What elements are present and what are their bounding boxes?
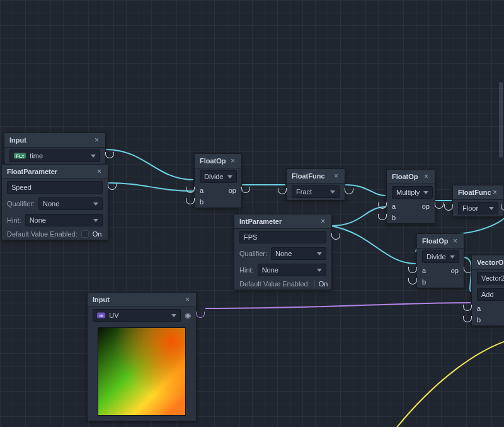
port-op-label: op <box>229 187 236 194</box>
eye-icon[interactable]: ◉ <box>185 311 191 320</box>
port-op-label: op <box>422 202 430 210</box>
node-floatfunc-floor[interactable]: FloatFunc × Floor <box>452 185 504 217</box>
input-port-a[interactable] <box>462 305 473 312</box>
output-port[interactable] <box>330 233 341 241</box>
port-b-label: b <box>477 316 481 324</box>
hint-select[interactable]: None <box>258 264 326 276</box>
close-icon[interactable]: × <box>423 172 430 181</box>
close-icon[interactable]: × <box>229 156 236 165</box>
uv-preview <box>98 327 186 416</box>
func-select[interactable]: Floor <box>458 202 498 214</box>
node-title: FloatOp <box>392 173 418 180</box>
op-select[interactable]: Divide <box>200 170 237 183</box>
input-value-label: time <box>30 152 43 160</box>
port-b-label: b <box>392 214 396 221</box>
op-select[interactable]: Add <box>477 288 504 301</box>
port-b-label: b <box>422 278 426 286</box>
node-title: FloatParameter <box>7 168 57 175</box>
default-on-label: On <box>319 280 328 288</box>
port-a-label: a <box>477 305 481 312</box>
type-badge: ⇒ <box>97 312 105 318</box>
input-port-a[interactable] <box>377 202 388 210</box>
param-name-input[interactable]: FPS <box>239 231 326 243</box>
default-checkbox[interactable] <box>314 280 315 288</box>
node-float-parameter[interactable]: FloatParameter × Speed Qualifier: None H… <box>1 164 108 240</box>
param-name-input[interactable]: Speed <box>7 181 103 194</box>
port-a-label: a <box>422 267 426 274</box>
output-port[interactable] <box>106 184 118 191</box>
node-int-parameter[interactable]: IntParameter × FPS Qualifier: None Hint:… <box>234 214 332 290</box>
input-port-b[interactable] <box>462 316 473 324</box>
port-a-label: a <box>392 202 396 210</box>
node-title: Input <box>9 136 26 144</box>
close-icon[interactable]: × <box>319 217 326 226</box>
op-select[interactable]: Divide <box>422 250 459 263</box>
output-port[interactable] <box>343 188 355 196</box>
type-badge: FLt <box>14 153 26 158</box>
node-title: FloatOp <box>200 157 226 165</box>
node-floatfunc-fract[interactable]: FloatFunc × Fract <box>286 168 345 201</box>
port-a-label: a <box>200 187 203 194</box>
op-select[interactable]: Multiply <box>392 186 433 199</box>
func-select[interactable]: Fract <box>292 185 340 198</box>
node-title: FloatFunc <box>292 172 325 180</box>
node-vectorop[interactable]: VectorOp × Vector2 Add a op b <box>471 255 504 326</box>
input-port-b[interactable] <box>407 278 418 286</box>
qualifier-label: Qualifier: <box>7 200 35 208</box>
qualifier-select[interactable]: None <box>271 247 326 260</box>
input-port-a[interactable] <box>407 267 418 274</box>
input-value-select[interactable]: ⇒ UV <box>93 309 181 322</box>
qualifier-label: Qualifier: <box>239 250 267 257</box>
node-title: VectorOp <box>477 259 504 266</box>
node-title: FloatFunc <box>458 189 491 196</box>
input-port[interactable] <box>277 188 288 196</box>
node-input-time[interactable]: Input × FLt time <box>4 132 106 165</box>
scrollbar[interactable] <box>499 82 503 158</box>
close-icon[interactable]: × <box>96 167 103 176</box>
close-icon[interactable]: × <box>93 136 100 144</box>
hint-select[interactable]: None <box>25 214 103 226</box>
output-port-op[interactable] <box>240 187 251 194</box>
close-icon[interactable]: × <box>333 172 340 180</box>
close-icon[interactable]: × <box>452 237 459 245</box>
input-port-a[interactable] <box>185 187 196 194</box>
node-floatop-divide2[interactable]: FloatOp × Divide a op b <box>416 233 464 288</box>
node-title: Input <box>93 296 110 303</box>
output-port[interactable] <box>195 312 206 319</box>
input-port-b[interactable] <box>185 198 196 206</box>
close-icon[interactable]: × <box>491 188 498 197</box>
default-on-label: On <box>93 230 102 238</box>
node-floatop-divide[interactable]: FloatOp × Divide a op b <box>194 153 242 208</box>
default-checkbox[interactable] <box>81 230 89 238</box>
node-title: FloatOp <box>422 237 449 245</box>
close-icon[interactable]: × <box>184 295 191 304</box>
hint-label: Hint: <box>7 216 21 224</box>
default-label: Default Value Enabled: <box>7 230 77 238</box>
type-select[interactable]: Vector2 <box>477 272 504 284</box>
output-port[interactable] <box>104 152 115 160</box>
node-title: IntParameter <box>239 218 282 225</box>
port-b-label: b <box>200 198 203 206</box>
hint-label: Hint: <box>239 266 254 274</box>
port-op-label: op <box>451 267 459 274</box>
node-floatop-multiply[interactable]: FloatOp × Multiply a op b <box>386 169 435 224</box>
output-port[interactable] <box>500 204 504 212</box>
input-port[interactable] <box>443 204 454 212</box>
default-label: Default Value Enabled: <box>239 280 310 288</box>
input-value-label: UV <box>109 312 118 319</box>
qualifier-select[interactable]: None <box>38 197 103 210</box>
input-port-b[interactable] <box>377 214 388 221</box>
node-input-uv[interactable]: Input × ⇒ UV ◉ <box>87 292 197 421</box>
input-value-select[interactable]: FLt time <box>9 149 100 162</box>
